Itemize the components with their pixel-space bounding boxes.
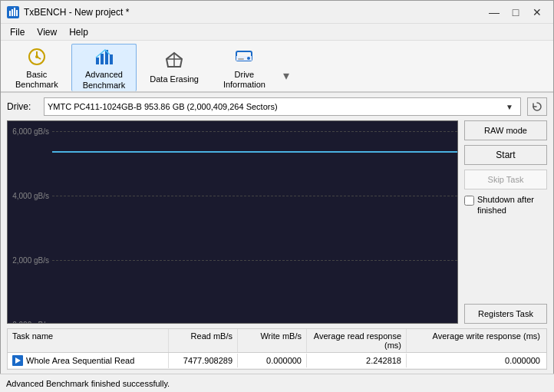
raw-mode-button[interactable]: RAW mode: [464, 120, 547, 140]
svg-rect-3: [16, 10, 18, 16]
chart-data-line: [52, 151, 457, 153]
tab-data-erasing[interactable]: Data Erasing: [138, 44, 210, 91]
svg-point-17: [247, 57, 250, 60]
shutdown-checkbox[interactable]: [464, 196, 474, 206]
skip-task-button[interactable]: Skip Task: [464, 170, 547, 189]
task-avg-read-value: 2.242818: [307, 354, 407, 367]
menu-bar: File View Help: [1, 24, 553, 41]
window-title: TxBENCH - New project *: [24, 7, 129, 18]
svg-rect-11: [110, 54, 113, 64]
basic-benchmark-label: BasicBenchmark: [15, 70, 58, 90]
chart-y-label-6000: 6,000 gB/s: [8, 127, 52, 136]
shutdown-label: Shutdown after finished: [477, 194, 547, 216]
minimize-button[interactable]: —: [484, 5, 504, 20]
erase-icon: [163, 50, 185, 71]
tab-drive-information[interactable]: DriveInformation: [212, 44, 277, 91]
menu-file[interactable]: File: [4, 25, 31, 39]
chart-canvas: 6,000 gB/s 4,000 gB/s 2,000 gB/s: [8, 121, 457, 323]
drive-selector-row: Drive: YMTC PC411-1024GB-B 953.86 GB (2,…: [7, 97, 547, 116]
dropdown-arrow-icon: ▼: [502, 103, 517, 111]
chart-y-label-0: 0,000 gB/s: [8, 321, 52, 323]
svg-rect-1: [12, 9, 13, 16]
table-row[interactable]: Whole Area Sequential Read 7477.908289 0…: [8, 353, 546, 369]
tab-advanced-benchmark[interactable]: AdvancedBenchmark: [71, 44, 137, 91]
right-panel: RAW mode Start Skip Task Shutdown after …: [464, 120, 547, 324]
title-bar: TxBENCH - New project * — □ ✕: [1, 1, 553, 24]
menu-help[interactable]: Help: [63, 25, 94, 39]
drive-select-value: YMTC PC411-1024GB-B 953.86 GB (2,000,409…: [48, 102, 502, 111]
data-erasing-label: Data Erasing: [150, 74, 199, 84]
svg-point-7: [35, 55, 38, 58]
task-avg-write-value: 0.000000: [407, 354, 546, 367]
task-name-cell: Whole Area Sequential Read: [8, 353, 169, 368]
task-row-icon: [12, 355, 23, 366]
chart-y-label-2000: 2,000 gB/s: [8, 256, 52, 265]
toolbar: BasicBenchmark AdvancedBenchmark Data Er…: [1, 41, 553, 93]
header-write: Write mB/s: [238, 329, 307, 352]
svg-rect-9: [101, 54, 104, 64]
status-bar: Advanced Benchmark finished successfully…: [0, 374, 554, 392]
close-button[interactable]: ✕: [527, 5, 547, 20]
toolbar-overflow-chevron[interactable]: ▾: [279, 59, 294, 91]
svg-rect-18: [238, 58, 244, 60]
drive-dropdown[interactable]: YMTC PC411-1024GB-B 953.86 GB (2,000,409…: [44, 97, 521, 116]
task-table: Task name Read mB/s Write mB/s Average r…: [7, 328, 547, 370]
chart-icon: [93, 45, 114, 67]
shutdown-row: Shutdown after finished: [464, 194, 547, 216]
start-button[interactable]: Start: [464, 145, 547, 165]
svg-rect-0: [9, 11, 11, 16]
task-read-value: 7477.908289: [169, 354, 238, 367]
svg-rect-8: [96, 58, 99, 64]
window-controls: — □ ✕: [484, 5, 547, 20]
task-write-value: 0.000000: [238, 354, 307, 367]
header-avg-read: Average read response (ms): [307, 329, 407, 352]
table-header: Task name Read mB/s Write mB/s Average r…: [8, 329, 546, 353]
chart-area: 6,000 gB/s 4,000 gB/s 2,000 gB/s: [7, 120, 458, 324]
drive-label-text: Drive:: [7, 101, 38, 112]
registers-task-button[interactable]: Registers Task: [464, 304, 547, 324]
status-message: Advanced Benchmark finished successfully…: [6, 379, 170, 388]
maximize-button[interactable]: □: [506, 5, 526, 20]
svg-rect-2: [14, 8, 15, 16]
task-name-value: Whole Area Sequential Read: [26, 356, 134, 365]
drive-icon: [233, 45, 255, 67]
svg-marker-19: [15, 357, 21, 364]
header-task-name: Task name: [8, 329, 169, 352]
header-read: Read mB/s: [169, 329, 238, 352]
drive-information-label: DriveInformation: [223, 70, 265, 90]
app-icon: [7, 6, 19, 18]
drive-reload-button[interactable]: [527, 97, 547, 116]
menu-view[interactable]: View: [31, 25, 63, 39]
advanced-benchmark-label: AdvancedBenchmark: [83, 70, 126, 90]
header-avg-write: Average write response (ms): [407, 329, 546, 352]
clock-icon: [26, 45, 48, 67]
main-area: 6,000 gB/s 4,000 gB/s 2,000 gB/s: [7, 120, 547, 324]
chart-y-label-4000: 4,000 gB/s: [8, 192, 52, 200]
tab-basic-benchmark[interactable]: BasicBenchmark: [4, 44, 70, 91]
